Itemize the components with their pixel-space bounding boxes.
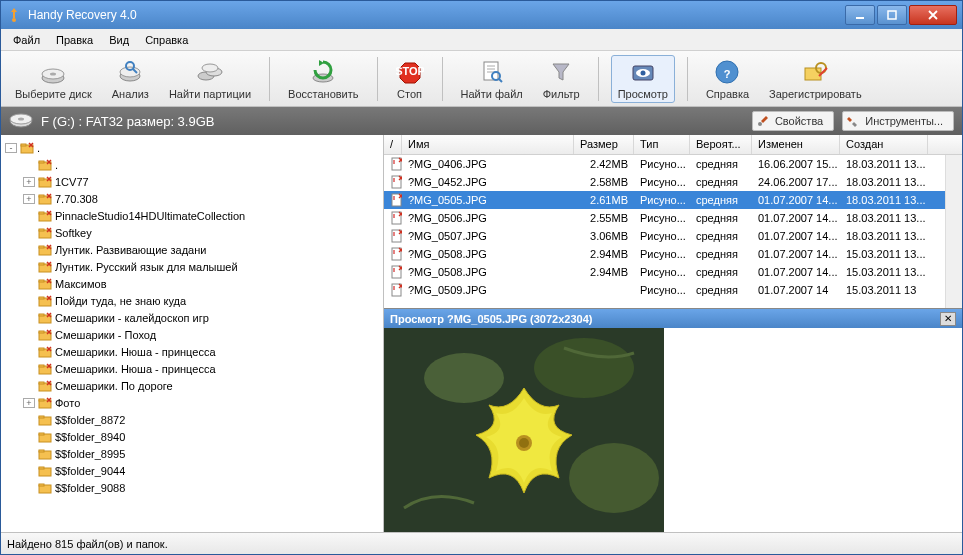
- svg-point-82: [519, 438, 529, 448]
- column-header[interactable]: Размер: [574, 135, 634, 154]
- stop-icon: STOP: [396, 58, 424, 86]
- svg-rect-58: [39, 399, 44, 401]
- tree-expander[interactable]: +: [23, 177, 35, 187]
- folder-icon: [38, 244, 52, 256]
- preview-title: Просмотр ?MG_0505.JPG (3072x2304): [390, 313, 592, 325]
- file-icon: [390, 211, 402, 225]
- toolbar-disk-button[interactable]: Выберите диск: [9, 56, 98, 102]
- maximize-button[interactable]: [877, 5, 907, 25]
- column-header[interactable]: Создан: [840, 135, 928, 154]
- tree-label: Лунтик. Развивающие задани: [55, 244, 206, 256]
- tree-node[interactable]: .: [5, 156, 379, 173]
- file-row[interactable]: ?MG_0452.JPG2.58MBРисуно...средняя24.06.…: [384, 173, 962, 191]
- menu-файл[interactable]: Файл: [5, 31, 48, 49]
- tree-node[interactable]: +Фото: [5, 394, 379, 411]
- column-header[interactable]: Вероят...: [690, 135, 752, 154]
- file-row[interactable]: ?MG_0508.JPG2.94MBРисуно...средняя01.07.…: [384, 263, 962, 281]
- file-row[interactable]: ?MG_0505.JPG2.61MBРисуно...средняя01.07.…: [384, 191, 962, 209]
- menu-правка[interactable]: Правка: [48, 31, 101, 49]
- file-row[interactable]: ?MG_0406.JPG2.42MBРисуно...средняя16.06.…: [384, 155, 962, 173]
- tree-node[interactable]: $$folder_8872: [5, 411, 379, 428]
- column-header[interactable]: Тип: [634, 135, 690, 154]
- tree-node[interactable]: Смешарики - Поход: [5, 326, 379, 343]
- titlebar[interactable]: Handy Recovery 4.0: [1, 1, 962, 29]
- column-header[interactable]: /: [384, 135, 402, 154]
- tree-node[interactable]: Лунтик. Развивающие задани: [5, 241, 379, 258]
- file-row[interactable]: ?MG_0509.JPGРисуно...средняя01.07.2007 1…: [384, 281, 962, 299]
- tree-node[interactable]: Смешарики. По дороге: [5, 377, 379, 394]
- tree-node[interactable]: Softkey: [5, 224, 379, 241]
- toolbar-filter-button[interactable]: Фильтр: [537, 56, 586, 102]
- svg-point-0: [12, 18, 16, 22]
- svg-rect-73: [392, 230, 401, 242]
- file-cell: 18.03.2011 13...: [840, 192, 928, 208]
- tree-node[interactable]: Максимов: [5, 275, 379, 292]
- register-icon: [801, 58, 829, 86]
- tree-node[interactable]: Смешарики - калейдоскоп игр: [5, 309, 379, 326]
- tree-node[interactable]: Лунтик. Русский язык для малышей: [5, 258, 379, 275]
- tools-button[interactable]: Инструменты...: [842, 111, 954, 131]
- toolbar-help-button[interactable]: ?Справка: [700, 56, 755, 102]
- preview-titlebar[interactable]: Просмотр ?MG_0505.JPG (3072x2304) ✕: [384, 309, 962, 328]
- preview-close-button[interactable]: ✕: [940, 312, 956, 326]
- minimize-button[interactable]: [845, 5, 875, 25]
- tree-node[interactable]: +7.70.308: [5, 190, 379, 207]
- tree-node[interactable]: -.: [5, 139, 379, 156]
- menu-вид[interactable]: Вид: [101, 31, 137, 49]
- tree-node[interactable]: PinnacleStudio14HDUltimateCollection: [5, 207, 379, 224]
- tree-expander[interactable]: -: [5, 143, 17, 153]
- file-cell: 18.03.2011 13...: [840, 174, 928, 190]
- file-cell: средняя: [690, 210, 752, 226]
- tree-node[interactable]: Смешарики. Нюша - принцесса: [5, 343, 379, 360]
- tree-node[interactable]: +1CV77: [5, 173, 379, 190]
- tree-node[interactable]: Смешарики. Нюша - принцесса: [5, 360, 379, 377]
- file-cell: [384, 191, 402, 209]
- file-scrollbar[interactable]: [945, 155, 962, 308]
- svg-rect-42: [39, 263, 44, 265]
- recover-icon: [309, 58, 337, 86]
- svg-rect-14: [484, 62, 498, 80]
- folder-icon: [20, 142, 34, 154]
- file-row[interactable]: ?MG_0508.JPG2.94MBРисуно...средняя01.07.…: [384, 245, 962, 263]
- tree-node[interactable]: $$folder_9088: [5, 479, 379, 496]
- folder-icon: [38, 329, 52, 341]
- properties-button[interactable]: Свойства: [752, 111, 834, 131]
- file-row[interactable]: ?MG_0507.JPG3.06MBРисуно...средняя01.07.…: [384, 227, 962, 245]
- tree-node[interactable]: $$folder_8940: [5, 428, 379, 445]
- folder-icon: [38, 448, 52, 460]
- preview-image-area: [384, 328, 962, 532]
- tree-expander[interactable]: +: [23, 398, 35, 408]
- column-header[interactable]: Изменен: [752, 135, 840, 154]
- statusbar: Найдено 815 файл(ов) и папок.: [1, 532, 962, 554]
- tree-node[interactable]: $$folder_8995: [5, 445, 379, 462]
- svg-rect-68: [39, 484, 44, 486]
- file-cell: 2.55MB: [574, 210, 634, 226]
- toolbar-recover-button[interactable]: Восстановить: [282, 56, 364, 102]
- folder-icon: [38, 465, 52, 477]
- tree-expander[interactable]: +: [23, 194, 35, 204]
- svg-rect-52: [39, 348, 44, 350]
- tree-node[interactable]: $$folder_9044: [5, 462, 379, 479]
- toolbar-analyze-button[interactable]: Анализ: [106, 56, 155, 102]
- partitions-icon: [196, 58, 224, 86]
- svg-point-80: [569, 443, 659, 513]
- folder-icon: [38, 312, 52, 324]
- tree-label: PinnacleStudio14HDUltimateCollection: [55, 210, 245, 222]
- tree-label: Смешарики - Поход: [55, 329, 156, 341]
- folder-tree[interactable]: -..+1CV77+7.70.308PinnacleStudio14HDUlti…: [1, 135, 384, 532]
- menu-справка[interactable]: Справка: [137, 31, 196, 49]
- file-icon: [390, 283, 402, 297]
- tree-label: $$folder_8872: [55, 414, 125, 426]
- toolbar-stop-button[interactable]: STOPСтоп: [390, 56, 430, 102]
- folder-icon: [38, 210, 52, 222]
- close-button[interactable]: [909, 5, 957, 25]
- file-row[interactable]: ?MG_0506.JPG2.55MBРисуно...средняя01.07.…: [384, 209, 962, 227]
- toolbar-find-button[interactable]: Найти файл: [455, 56, 529, 102]
- drive-bar: F (G:) : FAT32 размер: 3.9GB Свойства Ин…: [1, 107, 962, 135]
- column-header[interactable]: Имя: [402, 135, 574, 154]
- toolbar-preview-button[interactable]: Просмотр: [611, 55, 675, 103]
- file-icon: [390, 229, 402, 243]
- toolbar-partitions-button[interactable]: Найти партиции: [163, 56, 257, 102]
- toolbar-register-button[interactable]: Зарегистрировать: [763, 56, 868, 102]
- tree-node[interactable]: Пойди туда, не знаю куда: [5, 292, 379, 309]
